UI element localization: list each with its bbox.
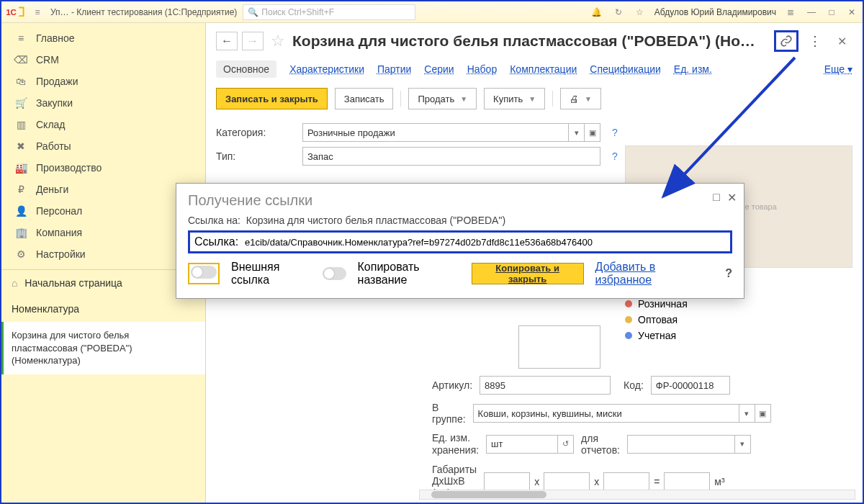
- type-label: Тип:: [216, 150, 295, 162]
- nav-item-0[interactable]: ≡Главное: [1, 27, 205, 49]
- favorite-star-icon[interactable]: ☆: [271, 32, 285, 50]
- type-input[interactable]: [302, 147, 600, 166]
- print-button[interactable]: 🖨▼: [560, 88, 601, 109]
- copy-name-label: Копировать название: [358, 261, 460, 287]
- dim-length-input[interactable]: [484, 472, 530, 491]
- nav-item-8[interactable]: 👤Персонал: [1, 200, 205, 222]
- tab-1[interactable]: Характеристики: [289, 63, 364, 75]
- nav-item-10[interactable]: ⚙Настройки: [1, 243, 205, 265]
- tab-5[interactable]: Комплектации: [510, 63, 577, 75]
- panel-icon[interactable]: ≣: [783, 7, 798, 17]
- forward-button[interactable]: →: [242, 32, 264, 50]
- get-link-button[interactable]: [774, 30, 798, 52]
- window-title: Уп… - Клиент тестирования (1С:Предприяти…: [50, 7, 237, 17]
- print-icon: 🖨: [570, 94, 579, 104]
- tab-0[interactable]: Основное: [216, 60, 276, 78]
- price-item-1[interactable]: Оптовая: [625, 312, 852, 328]
- help-icon[interactable]: ?: [725, 267, 732, 280]
- menu-icon[interactable]: ≡: [30, 7, 45, 17]
- toolbar: Записать и закрыть Записать Продать▼ Куп…: [206, 82, 863, 115]
- nav-item-3[interactable]: 🛒Закупки: [1, 92, 205, 114]
- add-favorite-link[interactable]: Добавить в избранное: [595, 261, 703, 287]
- ref-value: Корзина для чистого белья пластмассовая …: [246, 215, 505, 226]
- dim-width-input[interactable]: [544, 472, 590, 491]
- help-icon[interactable]: ?: [612, 150, 618, 162]
- nav-icon: ⚙: [13, 248, 29, 260]
- reports-uom-input[interactable]: [627, 435, 735, 454]
- nav-item-4[interactable]: ▥Склад: [1, 114, 205, 135]
- nomenclature-link[interactable]: Номенклатура: [1, 296, 205, 322]
- back-button[interactable]: ←: [216, 32, 238, 50]
- page-title: Корзина для чистого белья пластмассовая …: [292, 32, 765, 50]
- category-input[interactable]: [302, 123, 569, 142]
- more-tabs-link[interactable]: Еще ▾: [824, 63, 852, 75]
- save-close-button[interactable]: Записать и закрыть: [216, 88, 328, 109]
- uom-input[interactable]: [486, 435, 558, 454]
- tab-3[interactable]: Серии: [424, 63, 454, 75]
- external-link-toggle[interactable]: [191, 266, 217, 279]
- dropdown-button[interactable]: ▾: [739, 404, 755, 423]
- open-button[interactable]: ▣: [585, 123, 600, 142]
- minimize-button[interactable]: —: [805, 7, 818, 17]
- article-input[interactable]: [480, 376, 611, 395]
- user-name[interactable]: Абдулов Юрий Владимирович: [654, 7, 776, 17]
- copy-name-toggle[interactable]: [323, 267, 346, 280]
- sell-button[interactable]: Продать▼: [408, 88, 477, 109]
- dropdown-button[interactable]: ▾: [735, 435, 751, 454]
- history-button[interactable]: ↺: [558, 435, 574, 454]
- uom-label: Ед. изм. хранения:: [432, 432, 479, 456]
- nav-item-6[interactable]: 🏭Производство: [1, 157, 205, 179]
- titlebar: 1С ≡ Уп… - Клиент тестирования (1С:Предп…: [1, 1, 863, 23]
- price-item-2[interactable]: Учетная: [625, 328, 852, 343]
- code-input[interactable]: [651, 376, 730, 395]
- reports-label: для отчетов:: [581, 433, 620, 456]
- dialog-title: Получение ссылки: [188, 192, 732, 209]
- close-tab-button[interactable]: ✕: [832, 35, 852, 48]
- close-button[interactable]: ✕: [845, 7, 858, 17]
- svg-text:1С: 1С: [6, 7, 17, 16]
- dim-height-input[interactable]: [603, 472, 649, 491]
- nav-icon: 🛒: [13, 97, 29, 109]
- dim-unit: м³: [714, 476, 724, 487]
- home-link[interactable]: ⌂ Начальная страница: [1, 270, 205, 296]
- nav-item-1[interactable]: ⌫CRM: [1, 49, 205, 71]
- nav-item-5[interactable]: ✖Работы: [1, 135, 205, 157]
- current-item-link[interactable]: Корзина для чистого белья пластмассовая …: [1, 322, 205, 374]
- copy-close-button[interactable]: Копировать и закрыть: [472, 263, 584, 284]
- link-value[interactable]: e1cib/data/Справочник.Номенклатура?ref=b…: [245, 237, 726, 248]
- horizontal-scrollbar[interactable]: [419, 490, 855, 500]
- nav-icon: 🛍: [13, 76, 29, 87]
- nav-item-2[interactable]: 🛍Продажи: [1, 71, 205, 92]
- nav-item-9[interactable]: 🏢Компания: [1, 222, 205, 243]
- search-icon: 🔍: [248, 7, 258, 17]
- help-icon[interactable]: ?: [612, 127, 618, 138]
- nav-icon: ⌫: [13, 54, 29, 66]
- tab-bar: ОсновноеХарактеристикиПартииСерииНаборКо…: [206, 56, 863, 82]
- dialog-maximize-button[interactable]: □: [713, 191, 720, 204]
- star-icon[interactable]: ☆: [633, 7, 647, 17]
- bell-icon[interactable]: 🔔: [590, 7, 604, 17]
- tab-7[interactable]: Ед. изм.: [674, 63, 712, 75]
- description-textarea[interactable]: [518, 325, 600, 369]
- group-label: В группе:: [432, 402, 466, 425]
- price-dot-icon: [625, 300, 632, 307]
- link-icon: [780, 35, 793, 48]
- more-menu-icon[interactable]: ⋮: [803, 33, 827, 49]
- save-button[interactable]: Записать: [335, 88, 394, 109]
- tab-2[interactable]: Партии: [377, 63, 411, 75]
- get-link-dialog: □ ✕ Получение ссылки Ссылка на: Корзина …: [176, 183, 744, 299]
- dialog-close-button[interactable]: ✕: [727, 191, 737, 204]
- nav-item-7[interactable]: ₽Деньги: [1, 179, 205, 200]
- group-input[interactable]: [473, 404, 739, 423]
- open-button[interactable]: ▣: [755, 404, 771, 423]
- app-logo-icon: 1С: [6, 4, 24, 20]
- dim-volume-input[interactable]: [664, 472, 710, 491]
- nav-icon: 🏢: [13, 227, 29, 238]
- tab-4[interactable]: Набор: [467, 63, 498, 75]
- history-icon[interactable]: ↻: [611, 7, 626, 17]
- dropdown-button[interactable]: ▾: [569, 123, 585, 142]
- maximize-button[interactable]: □: [825, 7, 838, 17]
- tab-6[interactable]: Спецификации: [590, 63, 661, 75]
- buy-button[interactable]: Купить▼: [484, 88, 545, 109]
- global-search-input[interactable]: 🔍 Поиск Ctrl+Shift+F: [243, 4, 415, 20]
